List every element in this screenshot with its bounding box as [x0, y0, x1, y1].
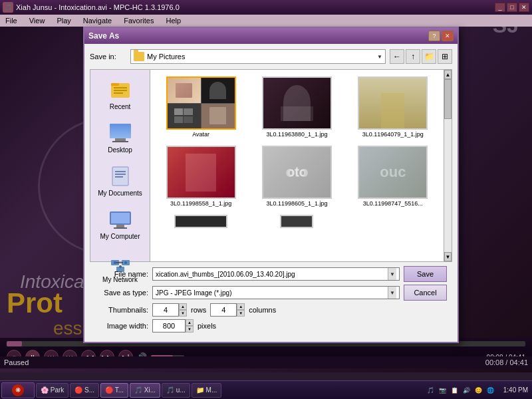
cols-value[interactable]: 4: [210, 303, 237, 317]
file-thumb-1: [262, 76, 332, 130]
file-grid: Avatar 3L0.11963880_1_1.jpg: [153, 72, 441, 232]
file-item-7[interactable]: [251, 213, 342, 229]
menu-favorites[interactable]: Favorites: [121, 16, 156, 25]
status-time-display: 00:08 / 04:41: [485, 358, 528, 366]
rows-up-arrow[interactable]: ▲: [179, 303, 187, 310]
width-down-arrow[interactable]: ▼: [186, 326, 194, 332]
new-folder-button[interactable]: 📁: [422, 49, 436, 64]
rows-spinner-arrows[interactable]: ▲ ▼: [179, 303, 187, 317]
save-in-value: My Pictures: [147, 53, 185, 61]
filename-label: File name:: [95, 270, 148, 278]
taskbar-item-xi[interactable]: 🎵 Xi...: [130, 383, 160, 398]
cols-label: columns: [249, 306, 276, 314]
taskbar-label-opera: 🔴 S...: [74, 386, 94, 394]
tray-icon-6[interactable]: 🌐: [485, 385, 495, 396]
dialog-titlebar: Save As ? ✕: [84, 28, 458, 44]
dialog-body: Save in: My Pictures ▼ ← ↑ 📁 ⊞: [84, 44, 458, 342]
rows-down-arrow[interactable]: ▼: [179, 310, 187, 317]
file-item-5[interactable]: ouc 3L0.11998747_5516...: [348, 144, 438, 208]
scroll-track[interactable]: [444, 79, 452, 252]
save-in-combo[interactable]: My Pictures ▼: [130, 49, 386, 64]
rows-label: rows: [191, 306, 206, 314]
width-value[interactable]: 800: [152, 319, 186, 332]
file-thumb-4: oto: [262, 146, 332, 199]
filename-combo-arrow[interactable]: ▼: [388, 268, 396, 280]
cols-down-arrow[interactable]: ▼: [237, 310, 245, 317]
file-item-1[interactable]: 3L0.11963880_1_1.jpg: [251, 75, 342, 139]
file-label-avatar: Avatar: [192, 131, 209, 138]
scroll-down-button[interactable]: ▼: [444, 252, 452, 261]
menu-play[interactable]: Play: [54, 16, 73, 25]
minimize-button[interactable]: _: [495, 3, 505, 12]
scroll-thumb[interactable]: [444, 79, 452, 119]
taskbar-item-1[interactable]: 🌸 Park: [36, 383, 68, 398]
tray-icon-4[interactable]: 🔊: [461, 385, 471, 396]
taskbar-item-m[interactable]: 📁 M...: [192, 383, 221, 398]
sidebar-item-label-recent: Recent: [110, 103, 131, 110]
dialog-close-button[interactable]: ✕: [442, 31, 454, 41]
documents-icon: [108, 164, 132, 188]
file-label-2: 3L0.11964079_1_1.jpg: [362, 131, 424, 138]
file-list-scrollbar[interactable]: ▲ ▼: [444, 70, 452, 261]
taskbar-item-u[interactable]: 🎵 u...: [162, 383, 190, 398]
sidebar-item-recent[interactable]: Recent: [94, 75, 147, 113]
cols-spinner[interactable]: 4 ▲ ▼: [210, 303, 245, 317]
file-item-2[interactable]: 3L0.11964079_1_1.jpg: [348, 75, 438, 139]
width-spinner-arrows[interactable]: ▲ ▼: [186, 319, 194, 332]
scroll-up-button[interactable]: ▲: [444, 70, 452, 79]
status-bar: Paused 00:08 / 04:41: [0, 356, 532, 368]
file-item-avatar[interactable]: Avatar: [156, 75, 246, 139]
sidebar-item-computer[interactable]: My Computer: [94, 205, 147, 243]
close-button[interactable]: ✕: [519, 3, 529, 12]
save-button[interactable]: Save: [404, 266, 447, 282]
rows-spinner[interactable]: 4 ▲ ▼: [152, 303, 187, 317]
taskbar-item-t[interactable]: 🔴 T...: [100, 383, 128, 398]
progress-fill: [7, 341, 22, 346]
savetype-combo-arrow[interactable]: ▼: [388, 287, 396, 299]
imagewidth-label: Image width:: [95, 322, 148, 330]
menu-view[interactable]: View: [27, 16, 48, 25]
tray-icon-2[interactable]: 📷: [437, 385, 448, 396]
tray-icon-5[interactable]: 😊: [473, 385, 483, 396]
taskbar-label-u: 🎵 u...: [166, 386, 186, 394]
cols-spinner-arrows[interactable]: ▲ ▼: [237, 303, 245, 317]
width-up-arrow[interactable]: ▲: [186, 319, 194, 326]
menu-help[interactable]: Help: [163, 16, 184, 25]
menu-navigate[interactable]: Navigate: [80, 16, 114, 25]
file-thumb-2: [358, 76, 428, 130]
cols-up-arrow[interactable]: ▲: [237, 303, 245, 310]
file-thumb-3: [166, 146, 236, 199]
system-tray: 🎵 📷 📋 🔊 😊 🌐: [425, 385, 495, 396]
title-bar: 🎵 Xiah Junsu - Intoxication.avi - MPC-HC…: [0, 0, 532, 15]
file-browser-area: Recent: [90, 69, 452, 262]
rows-value[interactable]: 4: [152, 303, 179, 317]
tray-icon-1[interactable]: 🎵: [425, 385, 436, 396]
file-thumb-6: [174, 215, 227, 228]
sidebar-item-documents[interactable]: My Documents: [94, 162, 147, 200]
filename-input[interactable]: xication.avi_thumbs_[2010.06.09_13.40.20…: [152, 267, 400, 281]
taskbar-label-m: 📁 M...: [196, 386, 217, 394]
video-text-3: ess!: [53, 318, 87, 339]
sidebar-item-desktop[interactable]: Desktop: [94, 118, 147, 156]
dialog-help-button[interactable]: ?: [428, 31, 440, 41]
menu-file[interactable]: File: [3, 16, 20, 25]
maximize-button[interactable]: □: [507, 3, 517, 12]
taskbar-label-xi: 🎵 Xi...: [134, 386, 156, 394]
file-item-4[interactable]: oto 3L0.11998605_1_1.jpg: [251, 144, 342, 208]
svg-rect-8: [112, 141, 128, 142]
file-thumb-5: ouc: [358, 146, 428, 199]
file-list-area[interactable]: Avatar 3L0.11963880_1_1.jpg: [150, 70, 444, 261]
width-spinner[interactable]: 800 ▲ ▼: [152, 319, 194, 332]
file-item-6[interactable]: [156, 213, 246, 229]
start-button[interactable]: ❋: [1, 382, 35, 398]
taskbar-item-opera[interactable]: 🔴 S...: [70, 383, 99, 398]
tray-icon-3[interactable]: 📋: [449, 385, 460, 396]
nav-up-button[interactable]: ↑: [406, 49, 420, 64]
view-button[interactable]: ⊞: [438, 49, 452, 64]
nav-back-button[interactable]: ←: [390, 49, 404, 64]
savetype-input[interactable]: JPG - JPEG Image (*.jpg) ▼: [152, 286, 400, 299]
cancel-button[interactable]: Cancel: [404, 285, 447, 301]
file-item-3[interactable]: 3L0.11998558_1_1.jpg: [156, 144, 246, 208]
thumbnails-row: Thumbnails: 4 ▲ ▼ rows 4 ▲ ▼ columns: [95, 303, 447, 317]
taskbar-label-1: 🌸 Park: [41, 386, 64, 394]
